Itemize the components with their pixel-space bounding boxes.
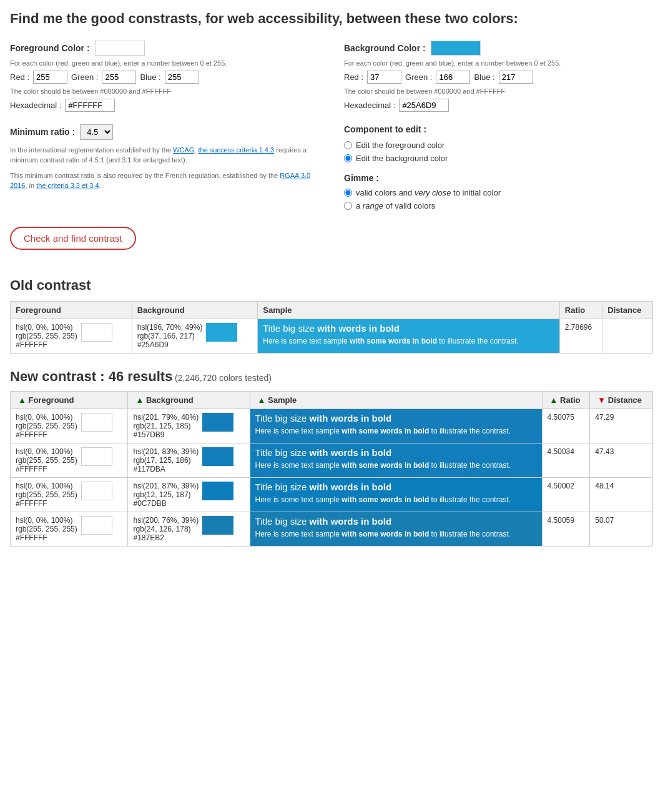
new-fg-content-3: hsl(0, 0%, 100%)rgb(255, 255, 255)#FFFFF… bbox=[16, 482, 122, 508]
new-sample-body-3: Here is some text sample with some words… bbox=[255, 495, 537, 505]
new-bg-text-3: hsl(201, 87%, 39%)rgb(12, 125, 187)#0C7D… bbox=[133, 482, 199, 508]
new-sample-body-1: Here is some text sample with some words… bbox=[255, 426, 537, 437]
new-fg-swatch-2 bbox=[81, 447, 112, 466]
min-ratio-select[interactable]: 3 4.5 7 bbox=[80, 124, 113, 140]
bg-red-input[interactable] bbox=[367, 71, 401, 84]
new-fg-swatch-3 bbox=[81, 482, 112, 500]
gimme-range-label: a range of valid colors bbox=[356, 201, 435, 210]
new-sample-cell-4: Title big size with words in bold Here i… bbox=[250, 512, 542, 546]
new-sample-title-1: Title big size with words in bold bbox=[255, 413, 537, 423]
new-fg-text-4: hsl(0, 0%, 100%)rgb(255, 255, 255)#FFFFF… bbox=[16, 516, 77, 542]
edit-bg-radio[interactable] bbox=[344, 154, 352, 162]
fg-red-input[interactable] bbox=[33, 71, 67, 84]
check-contrast-button[interactable]: Check and find contrast bbox=[10, 227, 136, 250]
edit-fg-radio[interactable] bbox=[344, 141, 352, 149]
rgaa-criteria-link[interactable]: the criteria 3.3 et 3.4 bbox=[36, 182, 99, 189]
new-fg-content-2: hsl(0, 0%, 100%)rgb(255, 255, 255)#FFFFF… bbox=[16, 447, 122, 473]
background-hex-row: Hexadecimal : bbox=[344, 99, 653, 112]
wcag-criteria-link[interactable]: the success criteria 1.4.3 bbox=[198, 146, 274, 154]
new-fg-text-2: hsl(0, 0%, 100%)rgb(255, 255, 255)#FFFFF… bbox=[16, 447, 77, 473]
old-fg-text: hsl(0, 0%, 100%)rgb(255, 255, 255)#FFFFF… bbox=[16, 323, 77, 349]
old-ratio-col-header: Ratio bbox=[559, 301, 602, 319]
old-bg-cell: hsl(196, 70%, 49%)rgb(37, 166, 217)#25A6… bbox=[132, 319, 258, 353]
bg-hex-input[interactable] bbox=[399, 99, 449, 112]
new-bg-content-3: hsl(201, 87%, 39%)rgb(12, 125, 187)#0C7D… bbox=[133, 482, 244, 508]
new-sample-cell-2: Title big size with words in bold Here i… bbox=[250, 443, 542, 477]
gimme-option2: a range of valid colors bbox=[344, 201, 653, 210]
new-fg-text-1: hsl(0, 0%, 100%)rgb(255, 255, 255)#FFFFF… bbox=[16, 413, 77, 439]
new-contrast-title: New contrast : 46 results bbox=[10, 369, 172, 384]
wcag-link[interactable]: WCAG bbox=[173, 146, 194, 154]
bg-green-input[interactable] bbox=[436, 71, 470, 84]
new-bg-swatch-2 bbox=[202, 447, 233, 466]
old-bg-text: hsl(196, 70%, 49%)rgb(37, 166, 217)#25A6… bbox=[137, 323, 203, 349]
new-sample-title-3: Title big size with words in bold bbox=[255, 482, 537, 492]
old-contrast-row: hsl(0, 0%, 100%)rgb(255, 255, 255)#FFFFF… bbox=[11, 319, 653, 353]
new-distance-cell-4: 50.07 bbox=[590, 512, 653, 546]
new-fg-content-1: hsl(0, 0%, 100%)rgb(255, 255, 255)#FFFFF… bbox=[16, 413, 122, 439]
old-bg-swatch bbox=[206, 323, 237, 342]
new-ratio-col-header[interactable]: ▲ Ratio bbox=[542, 391, 590, 408]
new-sample-col-header[interactable]: ▲ Sample bbox=[250, 391, 542, 408]
new-distance-cell-3: 48.14 bbox=[590, 477, 653, 512]
new-bg-text-1: hsl(201, 79%, 40%)rgb(21, 125, 185)#157D… bbox=[133, 413, 199, 439]
distance-sort-down-icon: ▼ bbox=[597, 395, 606, 405]
old-ratio-cell: 2.78696 bbox=[559, 319, 602, 353]
min-ratio-row: Minimum ratio : 3 4.5 7 bbox=[10, 124, 319, 140]
bg-red-label: Red : bbox=[344, 72, 363, 82]
old-fg-cell: hsl(0, 0%, 100%)rgb(255, 255, 255)#FFFFF… bbox=[11, 319, 132, 353]
new-ratio-cell-4: 4.50059 bbox=[542, 512, 590, 546]
old-contrast-header-row: Foreground Background Sample Ratio Dista… bbox=[11, 301, 653, 319]
old-sample-title: Title big size with words in bold bbox=[263, 323, 554, 334]
new-contrast-header: New contrast : 46 results (2,246,720 col… bbox=[10, 369, 653, 385]
edit-bg-label: Edit the background color bbox=[356, 154, 448, 163]
fg-green-input[interactable] bbox=[102, 71, 136, 84]
old-distance-cell bbox=[602, 319, 653, 353]
foreground-hint: For each color (red, green and blue), en… bbox=[10, 59, 319, 67]
new-sample-body-2: Here is some text sample with some words… bbox=[255, 460, 537, 471]
new-fg-content-4: hsl(0, 0%, 100%)rgb(255, 255, 255)#FFFFF… bbox=[16, 516, 122, 542]
new-bg-swatch-1 bbox=[202, 413, 233, 432]
new-bg-text-4: hsl(200, 76%, 39%)rgb(24, 126, 178)#187E… bbox=[133, 516, 199, 542]
sample-sort-up-icon: ▲ bbox=[258, 395, 266, 405]
new-bg-col-header[interactable]: ▲ Background bbox=[128, 391, 250, 408]
new-fg-swatch-4 bbox=[81, 516, 112, 535]
new-sample-cell-3: Title big size with words in bold Here i… bbox=[250, 477, 542, 512]
background-label: Background Color : bbox=[344, 41, 653, 56]
new-distance-col-header[interactable]: ▼ Distance bbox=[590, 391, 653, 408]
gimme-label: Gimme : bbox=[344, 173, 653, 183]
bg-blue-input[interactable] bbox=[499, 71, 533, 84]
old-contrast-table: Foreground Background Sample Ratio Dista… bbox=[10, 301, 653, 354]
foreground-hex-row: Hexadecimal : bbox=[10, 99, 319, 112]
component-to-edit-label: Component to edit : bbox=[344, 124, 653, 134]
gimme-close-radio[interactable] bbox=[344, 189, 352, 197]
edit-fg-label: Edit the foreground color bbox=[356, 141, 444, 150]
new-contrast-row-4: hsl(0, 0%, 100%)rgb(255, 255, 255)#FFFFF… bbox=[11, 512, 653, 546]
old-fg-col-header: Foreground bbox=[11, 301, 132, 319]
new-sample-cell-1: Title big size with words in bold Here i… bbox=[250, 408, 542, 443]
color-inputs-section: Foreground Color : For each color (red, … bbox=[10, 41, 653, 112]
new-ratio-cell-2: 4.50034 bbox=[542, 443, 590, 477]
wcag-text: In the international reglementation esta… bbox=[10, 145, 319, 166]
edit-bg-option: Edit the background color bbox=[344, 154, 653, 163]
gimme-option1: valid colors and very close to initial c… bbox=[344, 188, 653, 197]
old-distance-col-header: Distance bbox=[602, 301, 653, 319]
gimme-range-radio[interactable] bbox=[344, 202, 352, 210]
new-bg-content-2: hsl(201, 83%, 39%)rgb(17, 125, 186)#117D… bbox=[133, 447, 244, 473]
new-contrast-table: ▲ Foreground ▲ Background ▲ Sample ▲ Rat… bbox=[10, 391, 653, 547]
new-fg-col-header[interactable]: ▲ Foreground bbox=[11, 391, 128, 408]
fg-blue-input[interactable] bbox=[165, 71, 199, 84]
fg-valid-range: The color should be between #000000 and … bbox=[10, 87, 319, 95]
min-ratio-label: Minimum ratio : bbox=[10, 127, 75, 137]
bg-sort-up-icon: ▲ bbox=[135, 395, 144, 405]
old-bg-content: hsl(196, 70%, 49%)rgb(37, 166, 217)#25A6… bbox=[137, 323, 253, 349]
old-contrast-title: Old contrast bbox=[10, 277, 653, 294]
new-distance-cell-2: 47.43 bbox=[590, 443, 653, 477]
old-sample-cell: Title big size with words in bold Here i… bbox=[258, 319, 560, 353]
new-bg-cell-3: hsl(201, 87%, 39%)rgb(12, 125, 187)#0C7D… bbox=[128, 477, 250, 512]
edit-fg-option: Edit the foreground color bbox=[344, 141, 653, 150]
old-sample-col-header: Sample bbox=[258, 301, 560, 319]
old-fg-swatch bbox=[81, 323, 112, 342]
fg-hex-input[interactable] bbox=[65, 99, 115, 112]
new-sample-body-4: Here is some text sample with some words… bbox=[255, 529, 537, 540]
